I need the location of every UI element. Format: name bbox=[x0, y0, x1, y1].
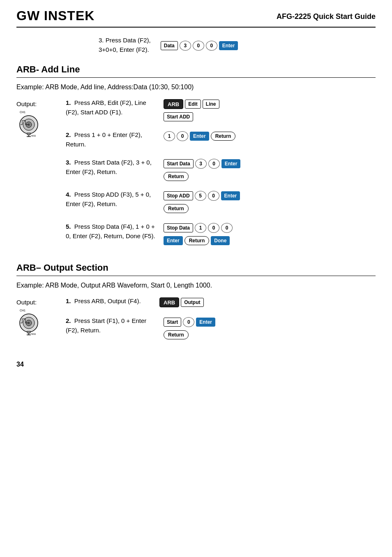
logo: GW INSTEK bbox=[16, 8, 95, 23]
num0f-button[interactable]: 0 bbox=[183, 317, 194, 327]
num1-button[interactable]: 1 bbox=[164, 131, 175, 141]
svg-rect-14 bbox=[27, 331, 30, 333]
num3-button[interactable]: 3 bbox=[195, 159, 207, 169]
circle-0b-button[interactable]: 0 bbox=[206, 41, 217, 51]
arb2-button[interactable]: ARB bbox=[159, 297, 179, 307]
output-device-icon2: CH1 50Ω bbox=[16, 307, 44, 335]
section2-output-col: Output: CH1 50Ω bbox=[16, 297, 53, 348]
page-title: AFG-2225 Quick Start Guide bbox=[277, 8, 376, 21]
enter3-button[interactable]: Enter bbox=[221, 159, 241, 168]
output-device-icon: CH1 50Ω bbox=[16, 109, 44, 137]
section2-title: ARB– Output Section bbox=[16, 262, 376, 273]
page-number: 34 bbox=[16, 361, 376, 368]
section1-steps-col: 1. Press ARB, Edit (F2), Line (F2), Star… bbox=[66, 98, 376, 254]
num5-button[interactable]: 5 bbox=[195, 191, 206, 201]
return5-button[interactable]: Return bbox=[184, 236, 210, 245]
circle-0a-button[interactable]: 0 bbox=[193, 41, 204, 51]
section1-step-area: Output: CH1 50Ω 1. Press ARB, Edit (F2),… bbox=[16, 98, 376, 254]
section1-output-label: Output: bbox=[16, 100, 37, 107]
enter5-button[interactable]: Enter bbox=[164, 236, 183, 245]
start-add-button[interactable]: Start ADD bbox=[164, 112, 193, 121]
section1-example: Example: ARB Mode, Add line, Address:Dat… bbox=[16, 84, 376, 91]
svg-text:CH1: CH1 bbox=[20, 309, 25, 312]
section1-step5: 5. Press Stop Data (F4), 1 + 0 + 0, Ente… bbox=[66, 222, 376, 245]
section2-step-area: Output: CH1 50Ω 1. Press ARB, Output (F4… bbox=[16, 297, 376, 348]
svg-text:50Ω: 50Ω bbox=[31, 135, 36, 137]
return4-button[interactable]: Return bbox=[164, 204, 189, 213]
num0-button[interactable]: 0 bbox=[177, 131, 188, 141]
section1-step2-buttons: 1 0 Enter Return bbox=[164, 130, 235, 141]
svg-text:CH1: CH1 bbox=[20, 111, 25, 114]
section1-divider bbox=[16, 77, 376, 78]
return3-button[interactable]: Return bbox=[164, 172, 189, 181]
enter4-button[interactable]: Enter bbox=[221, 191, 240, 200]
section1-step2-text: 2. Press 1 + 0 + Enter (F2), Return. bbox=[66, 130, 156, 149]
circle-3-button[interactable]: 3 bbox=[180, 41, 191, 51]
line-button[interactable]: Line bbox=[203, 100, 219, 109]
page-header: GW INSTEK AFG-2225 Quick Start Guide bbox=[16, 8, 376, 28]
num1b-button[interactable]: 1 bbox=[195, 223, 206, 233]
section1-step5-buttons: Stop Data 1 0 0 Enter Return Done bbox=[164, 222, 300, 245]
section2-step1: 1. Press ARB, Output (F4). ARB Output bbox=[66, 297, 376, 307]
section2-steps-col: 1. Press ARB, Output (F4). ARB Output 2.… bbox=[66, 297, 376, 348]
svg-rect-5 bbox=[27, 133, 30, 135]
svg-text:50Ω: 50Ω bbox=[31, 333, 36, 335]
stop-add-button[interactable]: Stop ADD bbox=[164, 191, 193, 200]
num0d-button[interactable]: 0 bbox=[208, 223, 219, 233]
section2-divider bbox=[16, 276, 376, 276]
intro-step: 3. Press Data (F2),3+0+0, Enter (F2). Da… bbox=[16, 36, 376, 54]
num0b-button[interactable]: 0 bbox=[208, 159, 220, 169]
section1-step4-text: 4. Press Stop ADD (F3), 5 + 0, Enter (F2… bbox=[66, 190, 156, 209]
return6-button[interactable]: Return bbox=[164, 330, 189, 339]
section2-step1-buttons: ARB Output bbox=[159, 297, 204, 307]
num0e-button[interactable]: 0 bbox=[221, 223, 233, 233]
section2-output-label: Output: bbox=[16, 299, 37, 306]
section2-step2-text: 2. Press Start (F1), 0 + Enter (F2), Ret… bbox=[66, 316, 156, 335]
section2-step1-text: 1. Press ARB, Output (F4). bbox=[66, 297, 152, 306]
enter6-button[interactable]: Enter bbox=[196, 318, 215, 327]
stop-data-button[interactable]: Stop Data bbox=[164, 223, 193, 232]
section1-step3-text: 3. Press Start Data (F2), 3 + 0, Enter (… bbox=[66, 158, 156, 176]
section1-step1: 1. Press ARB, Edit (F2), Line (F2), Star… bbox=[66, 98, 376, 121]
return2-button[interactable]: Return bbox=[211, 132, 236, 141]
output-button[interactable]: Output bbox=[181, 298, 203, 307]
num0c-button[interactable]: 0 bbox=[208, 191, 219, 201]
section2-step2-buttons: Start 0 Enter Return bbox=[164, 316, 242, 339]
start-button[interactable]: Start bbox=[164, 318, 181, 327]
section1-title: ARB- Add Line bbox=[16, 64, 376, 75]
section2-step2: 2. Press Start (F1), 0 + Enter (F2), Ret… bbox=[66, 316, 376, 339]
section1-step1-text: 1. Press ARB, Edit (F2), Line (F2), Star… bbox=[66, 98, 156, 117]
section1-output-col: Output: CH1 50Ω bbox=[16, 98, 53, 254]
done-button[interactable]: Done bbox=[211, 236, 230, 245]
enter-button[interactable]: Enter bbox=[219, 41, 238, 50]
intro-step-text: 3. Press Data (F2),3+0+0, Enter (F2). bbox=[99, 36, 151, 54]
section1-step2: 2. Press 1 + 0 + Enter (F2), Return. 1 0… bbox=[66, 130, 376, 149]
section1-step1-buttons: ARB Edit Line Start ADD bbox=[164, 98, 251, 121]
intro-step-buttons: Data 3 0 0 Enter bbox=[161, 40, 238, 51]
start-data-button[interactable]: Start Data bbox=[164, 159, 194, 168]
enter2-button[interactable]: Enter bbox=[190, 132, 209, 141]
section1-step3-buttons: Start Data 3 0 Enter Return bbox=[164, 158, 267, 181]
arb-button[interactable]: ARB bbox=[164, 99, 183, 109]
section1-step4-buttons: Stop ADD 5 0 Enter Return bbox=[164, 190, 267, 213]
section1-step5-text: 5. Press Stop Data (F4), 1 + 0 + 0, Ente… bbox=[66, 222, 156, 241]
data-button[interactable]: Data bbox=[161, 41, 178, 50]
edit-button[interactable]: Edit bbox=[185, 100, 201, 109]
section1-step3: 3. Press Start Data (F2), 3 + 0, Enter (… bbox=[66, 158, 376, 181]
section1-step4: 4. Press Stop ADD (F3), 5 + 0, Enter (F2… bbox=[66, 190, 376, 213]
section2-example: Example: ARB Mode, Output ARB Waveform, … bbox=[16, 282, 376, 289]
